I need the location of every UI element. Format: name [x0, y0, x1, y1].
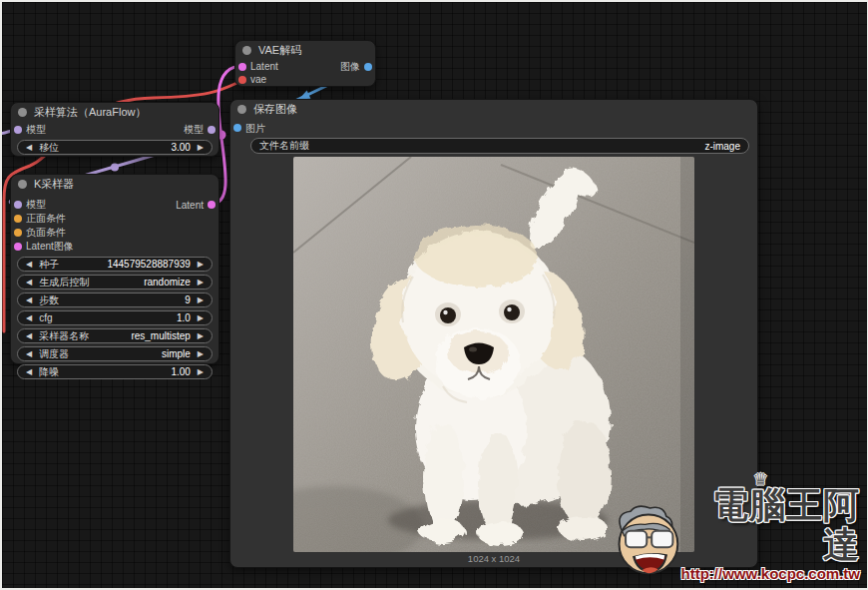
widget-label: 步数: [39, 294, 178, 307]
node-header[interactable]: K采样器: [11, 175, 218, 194]
widget-value: 3.00: [171, 142, 190, 153]
stepper-right-icon[interactable]: ▶: [198, 260, 204, 270]
input-port-model-label: 模型: [26, 198, 46, 212]
input-port-vae-label: vae: [250, 74, 266, 85]
node-vae-decode[interactable]: VAE解码 Latent 图像 vae: [234, 40, 376, 87]
node-title: K采样器: [34, 177, 74, 192]
output-port-image-label: 图像: [340, 60, 360, 74]
output-port-latent-label: Latent: [176, 200, 204, 211]
node-ksampler[interactable]: K采样器 模型 Latent 正面条件 负面条件 Latent图像 ◀ 种子 1: [10, 174, 219, 364]
widget-value: res_multistep: [131, 330, 190, 341]
node-title: 采样算法（AuraFlow）: [34, 105, 146, 120]
widget-label: 文件名前缀: [259, 139, 697, 153]
input-port-latent-dot[interactable]: [238, 63, 246, 71]
input-port-latent-label: Latent: [250, 61, 278, 72]
cfg-stepper[interactable]: ◀ cfg 1.0 ▶: [17, 310, 213, 325]
control-after-generate-stepper[interactable]: ◀ 生成后控制 randomize ▶: [17, 275, 213, 290]
widget-value: simple: [162, 348, 191, 359]
widget-label: 种子: [39, 258, 100, 272]
input-port-latent-image-label: Latent图像: [26, 240, 74, 254]
input-port-model-dot[interactable]: [14, 126, 22, 134]
stepper-right-icon[interactable]: ▶: [198, 349, 204, 359]
input-port-images-dot[interactable]: [233, 124, 241, 132]
wire-model-midpoint-dot: [111, 164, 119, 172]
node-header[interactable]: 采样算法（AuraFlow）: [11, 103, 218, 122]
stepper-left-icon[interactable]: ◀: [26, 260, 32, 270]
watermark-url: http://www.kocpc.com.tw: [681, 565, 860, 583]
stepper-left-icon[interactable]: ◀: [26, 295, 32, 305]
input-port-latent-image-dot[interactable]: [14, 243, 22, 251]
watermark-mascot-icon: [613, 495, 681, 583]
node-header[interactable]: VAE解码: [235, 41, 375, 60]
stepper-right-icon[interactable]: ▶: [198, 331, 204, 341]
seed-stepper[interactable]: ◀ 种子 144579528887939 ▶: [17, 257, 213, 272]
collapse-dot-icon[interactable]: [18, 180, 27, 189]
shift-stepper[interactable]: ◀ 移位 3.00 ▶: [17, 140, 213, 155]
stepper-right-icon[interactable]: ▶: [198, 295, 204, 305]
stepper-left-icon[interactable]: ◀: [26, 313, 32, 323]
steps-stepper[interactable]: ◀ 步数 9 ▶: [17, 293, 213, 307]
watermark: ♛ 電腦王阿達 http://www.kocpc.com.tw: [613, 493, 864, 583]
denoise-stepper[interactable]: ◀ 降噪 1.00 ▶: [17, 364, 213, 379]
collapse-dot-icon[interactable]: [242, 46, 251, 55]
widget-label: 采样器名称: [39, 329, 124, 343]
widget-value: 9: [185, 295, 191, 305]
widget-label: cfg: [39, 312, 170, 323]
output-port-model-dot[interactable]: [208, 126, 216, 134]
widget-value: 1.0: [177, 312, 191, 323]
stepper-left-icon[interactable]: ◀: [26, 367, 32, 377]
stepper-right-icon[interactable]: ▶: [198, 278, 204, 288]
widget-value: 1.00: [171, 366, 190, 377]
stepper-right-icon[interactable]: ▶: [198, 367, 204, 377]
node-title: 保存图像: [253, 102, 297, 117]
input-port-images-label: 图片: [245, 122, 265, 136]
stepper-right-icon[interactable]: ▶: [198, 143, 204, 153]
widget-value: 144579528887939: [107, 259, 190, 270]
input-port-positive-label: 正面条件: [26, 212, 66, 226]
watermark-title: 電腦王阿達: [681, 485, 860, 565]
widget-label: 移位: [39, 141, 164, 155]
widget-value: randomize: [144, 277, 191, 288]
input-port-model-dot[interactable]: [14, 201, 22, 209]
input-port-positive-dot[interactable]: [14, 215, 22, 223]
widget-label: 降噪: [39, 365, 164, 379]
widget-label: 生成后控制: [39, 276, 137, 290]
filename-prefix-field[interactable]: 文件名前缀 z-image: [250, 138, 749, 154]
node-sampling-auraflow[interactable]: 采样算法（AuraFlow） 模型 模型 ◀ 移位 3.00 ▶: [10, 102, 219, 157]
output-port-image-dot[interactable]: [364, 63, 372, 71]
collapse-dot-icon[interactable]: [237, 105, 246, 114]
stepper-left-icon[interactable]: ◀: [26, 143, 32, 153]
sampler-name-stepper[interactable]: ◀ 采样器名称 res_multistep ▶: [17, 328, 213, 343]
stepper-right-icon[interactable]: ▶: [198, 313, 204, 323]
output-port-model-label: 模型: [184, 123, 204, 137]
input-port-vae-dot[interactable]: [238, 76, 246, 84]
input-port-negative-label: 负面条件: [26, 226, 66, 240]
widget-value: z-image: [704, 141, 740, 152]
crown-icon: ♛: [753, 472, 768, 488]
node-header[interactable]: 保存图像: [230, 100, 757, 119]
widget-label: 调度器: [39, 347, 155, 361]
scheduler-stepper[interactable]: ◀ 调度器 simple ▶: [17, 346, 213, 361]
node-graph-canvas[interactable]: VAE解码 Latent 图像 vae 采样算法（AuraFlow） 模型 模型…: [0, 0, 868, 590]
stepper-left-icon[interactable]: ◀: [26, 349, 32, 359]
input-port-model-label: 模型: [26, 123, 46, 137]
node-title: VAE解码: [258, 43, 301, 58]
stepper-left-icon[interactable]: ◀: [26, 331, 32, 341]
collapse-dot-icon[interactable]: [18, 108, 27, 117]
output-port-latent-dot[interactable]: [208, 201, 216, 209]
input-port-negative-dot[interactable]: [14, 229, 22, 237]
stepper-left-icon[interactable]: ◀: [26, 278, 32, 288]
